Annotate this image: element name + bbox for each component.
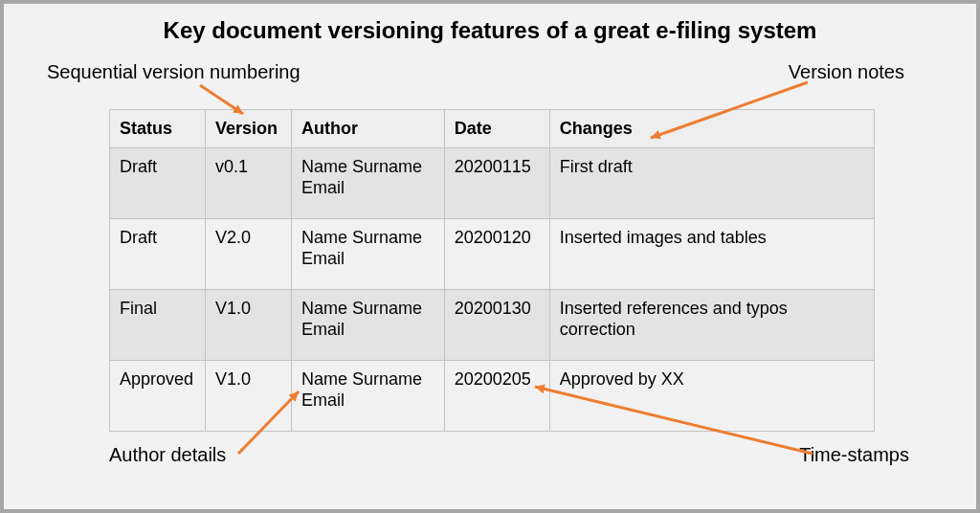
cell-status: Final [110, 289, 206, 360]
cell-author: Name Surname Email [291, 147, 444, 218]
callout-version-notes: Version notes [789, 61, 904, 83]
cell-author: Name Surname Email [291, 360, 444, 431]
cell-version: V1.0 [205, 289, 291, 360]
cell-status: Approved [110, 360, 206, 431]
table-row: Draft V2.0 Name Surname Email 20200120 I… [110, 218, 875, 289]
col-changes: Changes [549, 110, 874, 148]
col-author: Author [291, 110, 444, 148]
version-table-container: Status Version Author Date Changes Draft… [109, 109, 875, 432]
cell-author: Name Surname Email [291, 218, 444, 289]
col-status: Status [110, 110, 206, 148]
callout-version-numbering: Sequential version numbering [47, 61, 301, 83]
cell-date: 20200115 [444, 147, 549, 218]
table-header-row: Status Version Author Date Changes [110, 110, 875, 148]
cell-status: Draft [110, 218, 206, 289]
table-row: Final V1.0 Name Surname Email 20200130 I… [110, 289, 875, 360]
cell-changes: Inserted images and tables [549, 218, 874, 289]
version-table: Status Version Author Date Changes Draft… [109, 109, 875, 432]
cell-version: v0.1 [205, 147, 291, 218]
cell-author: Name Surname Email [291, 289, 444, 360]
cell-date: 20200120 [444, 218, 549, 289]
col-date: Date [444, 110, 549, 148]
table-row: Approved V1.0 Name Surname Email 2020020… [110, 360, 875, 431]
cell-date: 20200130 [444, 289, 549, 360]
cell-version: V2.0 [205, 218, 291, 289]
cell-version: V1.0 [205, 360, 291, 431]
callout-author-details: Author details [109, 444, 226, 466]
cell-changes: First draft [549, 147, 874, 218]
callout-time-stamps: Time-stamps [799, 444, 909, 466]
page-title: Key document versioning features of a gr… [4, 17, 976, 44]
cell-status: Draft [110, 147, 206, 218]
cell-date: 20200205 [444, 360, 549, 431]
col-version: Version [205, 110, 291, 148]
cell-changes: Inserted references and typos correction [549, 289, 874, 360]
cell-changes: Approved by XX [549, 360, 874, 431]
table-row: Draft v0.1 Name Surname Email 20200115 F… [110, 147, 875, 218]
